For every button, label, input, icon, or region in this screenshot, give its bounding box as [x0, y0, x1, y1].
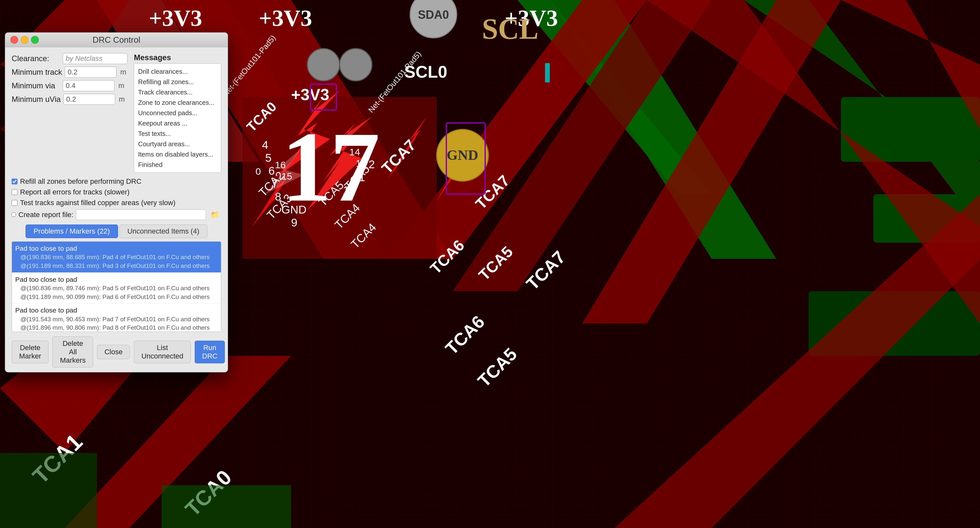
tab-problems[interactable]: Problems / Markers (22): [25, 225, 118, 238]
min-uvia-input[interactable]: [64, 94, 115, 105]
msg-5: Unconnected pads...: [138, 108, 217, 118]
svg-text:GND: GND: [282, 203, 307, 216]
error-title-2: Pad too close to pad: [15, 305, 218, 315]
svg-text:16: 16: [275, 160, 286, 170]
error-sub-2-1: @(191.896 mm, 90.806 mm): Pad 8 of FetOu…: [15, 324, 218, 332]
msg-6: Keepout areas ...: [138, 118, 217, 128]
error-item-2[interactable]: Pad too close to pad @(191.543 mm, 90.45…: [12, 303, 221, 332]
browse-folder-button[interactable]: 📁: [208, 210, 221, 220]
min-via-unit: m: [118, 81, 124, 90]
svg-rect-79: [162, 485, 291, 528]
msg-3: Track clearances...: [138, 87, 217, 97]
svg-text:6: 6: [269, 164, 275, 177]
min-via-label: Minimum via: [12, 81, 60, 90]
svg-text:SDA0: SDA0: [418, 8, 449, 21]
tabs-row: Problems / Markers (22) Unconnected Item…: [12, 225, 221, 238]
error-item-1[interactable]: Pad too close to pad @(190.836 mm, 89.74…: [12, 273, 221, 304]
delete-all-markers-button[interactable]: Delete All Markers: [52, 337, 93, 367]
svg-text:12: 12: [362, 158, 375, 171]
drc-dialog: DRC Control Clearance: Minimum track m M…: [5, 32, 228, 372]
min-track-row: Minimum track m: [12, 67, 127, 78]
refill-zones-row: Refill all zones before performing DRC: [12, 177, 221, 186]
svg-point-19: [340, 48, 372, 81]
svg-text:SCL: SCL: [482, 13, 539, 45]
svg-rect-78: [0, 453, 97, 528]
run-drc-button[interactable]: Run DRC: [195, 341, 225, 363]
title-bar: DRC Control: [5, 33, 228, 47]
svg-text:0: 0: [256, 166, 261, 177]
error-sub-0-1: @(191.189 mm, 88.331 mm): Pad 3 of FetOu…: [15, 262, 218, 270]
report-errors-row: Report all errors for tracks (slower): [12, 188, 221, 196]
report-file-input[interactable]: [76, 209, 206, 220]
error-title-0: Pad too close to pad: [15, 244, 218, 253]
min-track-input[interactable]: [65, 67, 116, 78]
messages-panel: Drill clearances... Refilling all zones.…: [134, 64, 221, 173]
min-uvia-label: Minimum uVia: [12, 95, 61, 104]
error-list[interactable]: Pad too close to pad @(190.836 mm, 88.68…: [12, 241, 221, 332]
messages-title: Messages: [134, 53, 221, 62]
test-tracks-checkbox[interactable]: [12, 200, 18, 206]
min-uvia-unit: m: [119, 95, 125, 104]
svg-text:10: 10: [343, 184, 355, 196]
msg-8: Courtyard areas...: [138, 139, 217, 149]
error-sub-1-1: @(191.189 mm, 90.099 mm): Pad 6 of FetOu…: [15, 293, 218, 301]
dialog-title: DRC Control: [92, 35, 140, 45]
svg-text:8: 8: [275, 190, 281, 203]
bottom-buttons: Delete Marker Delete All Markers Close L…: [12, 337, 221, 367]
dialog-body: Clearance: Minimum track m Minimum via m…: [5, 47, 228, 372]
clearance-input[interactable]: [63, 53, 127, 64]
svg-text:9: 9: [291, 216, 297, 229]
min-uvia-row: Minimum uVia m: [12, 94, 127, 105]
error-title-1: Pad too close to pad: [15, 275, 218, 284]
error-sub-1-0: @(190.836 mm, 89.746 mm): Pad 5 of FetOu…: [15, 284, 218, 293]
create-report-checkbox[interactable]: [12, 212, 16, 217]
clearance-label: Clearance:: [12, 54, 60, 63]
settings-section: Clearance: Minimum track m Minimum via m…: [12, 53, 221, 173]
msg-10: Finished: [138, 160, 217, 170]
error-sub-2-0: @(191.543 mm, 90.453 mm): Pad 7 of FetOu…: [15, 315, 218, 324]
maximize-button[interactable]: [31, 36, 39, 44]
msg-9: Items on disabled layers...: [138, 149, 217, 160]
msg-2: Refilling all zones...: [138, 77, 217, 87]
svg-text:5: 5: [265, 152, 271, 164]
min-via-input[interactable]: [63, 80, 115, 91]
clearance-row: Clearance:: [12, 53, 127, 64]
min-via-row: Minimum via m: [12, 80, 127, 91]
msg-4: Zone to zone clearances...: [138, 97, 217, 108]
svg-text:+3V3: +3V3: [149, 5, 202, 31]
msg-7: Test texts...: [138, 128, 217, 139]
close-button[interactable]: [10, 36, 18, 44]
svg-text:4: 4: [262, 139, 268, 151]
settings-left: Clearance: Minimum track m Minimum via m…: [12, 53, 127, 173]
test-tracks-label: Test tracks against filled copper areas …: [20, 199, 176, 207]
report-file-row: Create report file: 📁: [12, 209, 221, 220]
report-file-label: Create report file:: [18, 211, 73, 219]
msg-1: Drill clearances...: [138, 66, 217, 77]
svg-point-18: [307, 48, 340, 81]
minimize-button[interactable]: [21, 36, 29, 44]
test-tracks-row: Test tracks against filled copper areas …: [12, 199, 221, 207]
refill-zones-checkbox[interactable]: [12, 179, 18, 184]
error-sub-0-0: @(190.836 mm, 88.685 mm): Pad 4 of FetOu…: [15, 253, 218, 262]
delete-marker-button[interactable]: Delete Marker: [12, 341, 49, 363]
svg-text:GND: GND: [447, 147, 478, 163]
svg-text:7: 7: [272, 177, 278, 190]
tab-unconnected[interactable]: Unconnected Items (4): [119, 225, 208, 238]
list-unconnected-button[interactable]: List Unconnected: [134, 341, 191, 363]
refill-zones-label: Refill all zones before performing DRC: [20, 177, 142, 186]
settings-right: Messages Drill clearances... Refilling a…: [134, 53, 221, 173]
report-errors-checkbox[interactable]: [12, 189, 18, 195]
close-button-bottom[interactable]: Close: [97, 345, 130, 359]
min-track-label: Minimum track: [12, 68, 62, 77]
svg-text:14: 14: [349, 147, 360, 157]
report-errors-label: Report all errors for tracks (slower): [20, 188, 130, 196]
svg-text:11: 11: [353, 171, 365, 183]
svg-rect-74: [545, 63, 550, 83]
error-item-0[interactable]: Pad too close to pad @(190.836 mm, 88.68…: [12, 242, 221, 273]
svg-text:+3V3: +3V3: [259, 5, 312, 31]
min-track-unit: m: [120, 68, 126, 77]
